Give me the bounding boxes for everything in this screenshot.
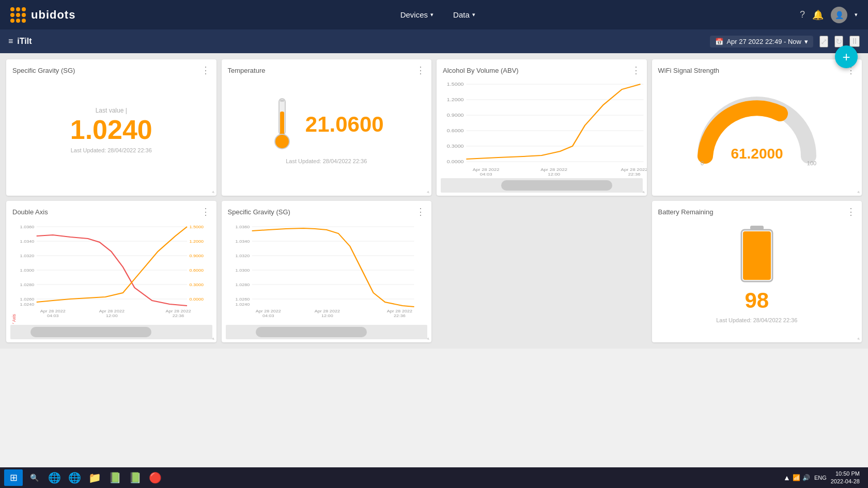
resize-handle[interactable] bbox=[855, 188, 862, 196]
widget-abv: Alcohol By Volume (ABV) ⋮ 1.5000 1.2000 … bbox=[437, 59, 647, 196]
expand-icon[interactable]: ⤢ bbox=[819, 36, 828, 48]
svg-rect-3 bbox=[280, 100, 284, 102]
widget-title-temp: Temperature bbox=[228, 67, 266, 74]
svg-text:1.0360: 1.0360 bbox=[235, 224, 250, 229]
bell-icon[interactable]: 🔔 bbox=[812, 9, 824, 21]
chevron-down-icon: ▾ bbox=[472, 11, 475, 18]
sg2-scrollbar-thumb[interactable] bbox=[256, 327, 367, 337]
resize-handle[interactable] bbox=[209, 188, 216, 196]
svg-text:Apr 28 2022: Apr 28 2022 bbox=[166, 308, 191, 313]
double-axis-scrollbar-thumb[interactable] bbox=[30, 327, 151, 337]
svg-text:22:36: 22:36 bbox=[394, 313, 406, 318]
widget-title-sg: Specific Gravity (SG) bbox=[12, 67, 75, 74]
pause-icon[interactable]: ⏸ bbox=[849, 36, 860, 47]
nav-devices[interactable]: Devices ▾ bbox=[393, 6, 441, 23]
widget-menu-battery[interactable]: ⋮ bbox=[846, 206, 856, 217]
double-axis-scrollbar[interactable] bbox=[10, 325, 212, 339]
svg-text:12:00: 12:00 bbox=[106, 313, 118, 318]
svg-text:1.0280: 1.0280 bbox=[20, 282, 35, 287]
battery-icon-container bbox=[739, 225, 775, 284]
widget-header-sg: Specific Gravity (SG) ⋮ bbox=[6, 59, 216, 79]
resize-handle[interactable] bbox=[640, 188, 647, 196]
svg-text:0.0000: 0.0000 bbox=[190, 296, 204, 301]
navbar-right: ? 🔔 👤 ▾ bbox=[800, 7, 858, 23]
double-axis-svg: 1.0360 1.0340 1.0320 1.0300 1.0280 1.026… bbox=[6, 221, 216, 324]
svg-text:04:03: 04:03 bbox=[47, 313, 59, 318]
widget-body-sg: Last value | 1.0240 Last Updated: 28/04/… bbox=[6, 79, 216, 182]
svg-text:1.2000: 1.2000 bbox=[447, 97, 464, 102]
temp-display: 21.0600 bbox=[269, 96, 384, 153]
svg-text:0.3000: 0.3000 bbox=[447, 144, 464, 149]
svg-text:1.0240: 1.0240 bbox=[20, 302, 35, 306]
svg-text:Apr 28 2022: Apr 28 2022 bbox=[621, 167, 647, 172]
widget-double-axis: Double Axis ⋮ 1.0360 1.0340 1.0320 1.030 bbox=[6, 201, 216, 342]
double-axis-chart: 1.0360 1.0340 1.0320 1.0300 1.0280 1.026… bbox=[6, 221, 216, 324]
svg-text:1.0280: 1.0280 bbox=[235, 282, 250, 287]
svg-text:Apr 28 2022: Apr 28 2022 bbox=[540, 167, 567, 172]
svg-text:1.5000: 1.5000 bbox=[447, 82, 464, 87]
last-value-label: Last value | bbox=[96, 107, 127, 114]
sub-navbar-right: 📅 Apr 27 2022 22:49 - Now ▾ ⤢ ↻ ⏸ bbox=[710, 36, 860, 48]
svg-text:22:36: 22:36 bbox=[628, 172, 641, 177]
widget-menu-sg2[interactable]: ⋮ bbox=[416, 206, 425, 217]
nav-data[interactable]: Data ▾ bbox=[446, 6, 483, 23]
sg2-chart: 1.0360 1.0340 1.0320 1.0300 1.0280 1.026… bbox=[222, 221, 432, 324]
widget-body-wifi: 61.2000 0 100 bbox=[652, 79, 862, 182]
temp-last-updated: Last Updated: 28/04/2022 22:36 bbox=[286, 158, 367, 164]
widget-title-sg2: Specific Gravity (SG) bbox=[228, 208, 290, 216]
brand-text: ubidots bbox=[31, 8, 75, 22]
resize-handle[interactable] bbox=[855, 335, 862, 342]
svg-text:1.2000: 1.2000 bbox=[190, 239, 204, 243]
widget-menu-sg[interactable]: ⋮ bbox=[201, 65, 210, 76]
svg-text:Left Y Axis: Left Y Axis bbox=[11, 314, 17, 324]
help-icon[interactable]: ? bbox=[800, 9, 805, 20]
svg-text:12:00: 12:00 bbox=[321, 313, 333, 318]
widget-header-wifi: WiFi Signal Strength ⋮ bbox=[652, 59, 862, 79]
svg-text:Apr 28 2022: Apr 28 2022 bbox=[99, 308, 125, 313]
sg2-scrollbar[interactable] bbox=[226, 325, 428, 339]
abv-chart: 1.5000 1.2000 0.9000 0.6000 0.3000 0.000… bbox=[437, 79, 647, 177]
widget-header-temp: Temperature ⋮ bbox=[222, 59, 432, 79]
time-range-picker[interactable]: 📅 Apr 27 2022 22:49 - Now ▾ bbox=[710, 36, 813, 48]
widget-menu-double-axis[interactable]: ⋮ bbox=[201, 206, 210, 217]
resize-handle[interactable] bbox=[424, 335, 431, 342]
svg-text:Apr 28 2022: Apr 28 2022 bbox=[314, 308, 339, 313]
widget-menu-temp[interactable]: ⋮ bbox=[416, 65, 425, 76]
wifi-gauge-svg: 61.2000 0 100 bbox=[695, 94, 819, 166]
battery-icon bbox=[739, 225, 775, 284]
abv-scrollbar[interactable] bbox=[441, 178, 643, 193]
widget-header-sg2: Specific Gravity (SG) ⋮ bbox=[222, 201, 432, 221]
sg-value: 1.0240 bbox=[70, 116, 152, 143]
widget-header-abv: Alcohol By Volume (ABV) ⋮ bbox=[437, 59, 647, 79]
nav-center: Devices ▾ Data ▾ bbox=[393, 6, 483, 23]
svg-text:1.0340: 1.0340 bbox=[20, 239, 35, 243]
svg-text:0.0000: 0.0000 bbox=[447, 159, 464, 164]
resize-handle[interactable] bbox=[424, 188, 431, 196]
hamburger-icon[interactable]: ≡ bbox=[8, 37, 13, 46]
refresh-icon[interactable]: ↻ bbox=[834, 36, 843, 48]
dashboard-grid: Specific Gravity (SG) ⋮ Last value | 1.0… bbox=[0, 53, 868, 349]
svg-text:Apr 28 2022: Apr 28 2022 bbox=[255, 308, 281, 313]
svg-text:1.0300: 1.0300 bbox=[20, 267, 35, 272]
svg-text:04:03: 04:03 bbox=[480, 172, 492, 177]
add-widget-button[interactable]: + bbox=[835, 45, 858, 68]
dashboard-title: ≡ iTilt bbox=[8, 37, 32, 46]
svg-text:1.0260: 1.0260 bbox=[20, 296, 35, 301]
calendar-icon: 📅 bbox=[715, 38, 723, 45]
svg-text:1.5000: 1.5000 bbox=[190, 224, 204, 229]
widget-menu-abv[interactable]: ⋮ bbox=[631, 65, 641, 76]
temp-value: 21.0600 bbox=[305, 112, 384, 137]
avatar[interactable]: 👤 bbox=[831, 7, 847, 23]
widget-body-abv: 1.5000 1.2000 0.9000 0.6000 0.3000 0.000… bbox=[437, 79, 647, 193]
widget-body-sg2: 1.0360 1.0340 1.0320 1.0300 1.0280 1.026… bbox=[222, 221, 432, 339]
widget-title-double-axis: Double Axis bbox=[12, 208, 48, 216]
abv-scrollbar-thumb[interactable] bbox=[501, 180, 612, 191]
widget-title-abv: Alcohol By Volume (ABV) bbox=[443, 67, 519, 74]
empty-space bbox=[437, 201, 647, 342]
svg-text:Apr 28 2022: Apr 28 2022 bbox=[386, 308, 412, 313]
battery-value: 98 bbox=[745, 288, 769, 313]
svg-text:1.0320: 1.0320 bbox=[20, 253, 35, 258]
widget-header-double-axis: Double Axis ⋮ bbox=[6, 201, 216, 221]
resize-handle[interactable] bbox=[209, 335, 216, 342]
widget-body-temp: 21.0600 Last Updated: 28/04/2022 22:36 bbox=[222, 79, 432, 182]
